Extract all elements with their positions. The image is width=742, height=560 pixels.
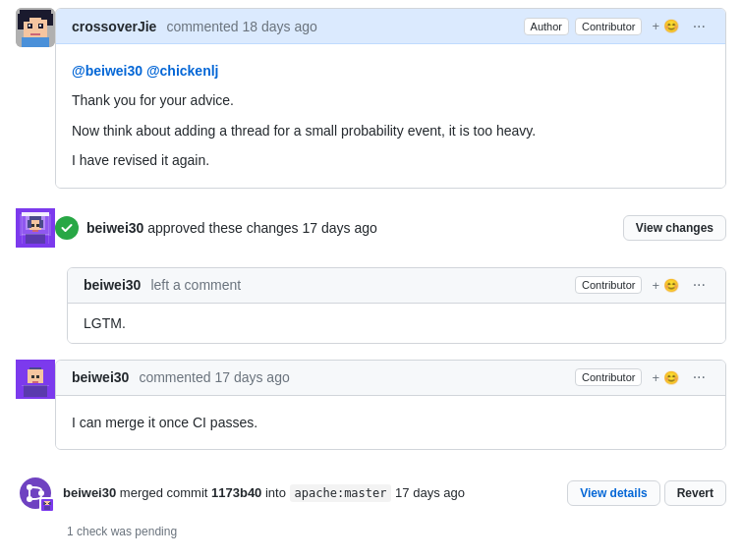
avatar-beiwei30-comment: [16, 360, 55, 399]
merge-target-branch: apache:master: [290, 484, 392, 502]
inline-comment-action: left a comment: [150, 277, 569, 293]
svg-rect-48: [44, 506, 50, 510]
emoji-reaction-button[interactable]: + 😊: [648, 17, 682, 35]
comment-box-beiwei30: beiwei30 commented 17 days ago Contribut…: [55, 360, 726, 450]
view-changes-button[interactable]: View changes: [623, 215, 726, 241]
svg-rect-34: [36, 375, 39, 378]
inline-contributor-badge: Contributor: [575, 276, 642, 294]
svg-rect-24: [26, 234, 45, 244]
svg-rect-32: [28, 369, 43, 383]
svg-rect-37: [22, 385, 49, 386]
svg-rect-36: [24, 385, 47, 397]
svg-rect-33: [31, 375, 34, 378]
svg-rect-9: [30, 33, 40, 35]
comment-line-4: I have revised it again.: [72, 149, 710, 171]
comment-line-2: Thank you for your advice.: [72, 89, 710, 111]
revert-button[interactable]: Revert: [664, 480, 726, 506]
svg-rect-7: [29, 25, 30, 27]
svg-rect-46: [45, 503, 46, 504]
mention-beiwei: @beiwei30: [72, 63, 143, 79]
svg-rect-20: [29, 216, 41, 220]
inline-more-button[interactable]: ···: [689, 276, 710, 294]
svg-rect-44: [43, 502, 45, 505]
svg-rect-27: [48, 212, 49, 244]
comment-box-crossoverjie: crossoverJie commented 18 days ago Autho…: [55, 8, 726, 189]
avatar-crossoverjie: [16, 8, 55, 47]
comment2-emoji-button[interactable]: + 😊: [648, 368, 682, 387]
svg-rect-47: [48, 503, 49, 504]
merge-block: beiwei30 merged commit 1173b40 into apac…: [16, 466, 726, 521]
comment-beiwei30: beiwei30 commented 17 days ago Contribut…: [16, 360, 726, 450]
author-badge: Author: [524, 18, 569, 35]
comment-line-1: @beiwei30 @chickenlj: [72, 60, 710, 82]
comment-line-3: Now think about adding a thread for a sm…: [72, 120, 710, 141]
comment-body-crossoverjie: @beiwei30 @chickenlj Thank you for your …: [56, 44, 725, 188]
view-details-button[interactable]: View details: [567, 480, 659, 506]
svg-point-39: [27, 484, 32, 490]
more-options-button[interactable]: ···: [689, 18, 710, 35]
merge-author: beiwei30: [63, 485, 116, 500]
merge-section: beiwei30 merged commit 1173b40 into apac…: [16, 466, 726, 538]
merge-user-mini-avatar: [39, 497, 55, 513]
svg-rect-12: [41, 16, 51, 20]
merge-text: beiwei30 merged commit 1173b40 into apac…: [63, 485, 559, 500]
review-content: beiwei30 approved these changes 17 days …: [55, 215, 726, 241]
review-approved-block: beiwei30 approved these changes 17 days …: [16, 204, 726, 252]
svg-point-41: [38, 490, 44, 496]
svg-rect-22: [36, 224, 39, 227]
comment2-meta: commented 17 days ago: [139, 369, 569, 385]
approved-check-icon: [55, 216, 79, 240]
merge-icon-wrap: [16, 474, 55, 513]
review-text: beiwei30 approved these changes 17 days …: [86, 220, 615, 236]
comment2-text: I can merge it once CI passes.: [72, 412, 710, 433]
contributor-badge: Contributor: [575, 18, 642, 35]
svg-rect-21: [31, 224, 34, 227]
comment2-author: beiwei30: [72, 369, 129, 385]
comment-action-time: commented 18 days ago: [166, 19, 517, 34]
svg-rect-35: [32, 381, 38, 383]
svg-rect-11: [20, 16, 29, 22]
svg-rect-45: [49, 502, 51, 505]
mention-chickenlj: @chickenlj: [146, 63, 219, 79]
inline-comment-body: LGTM.: [68, 304, 725, 343]
comment-header-crossoverjie: crossoverJie commented 18 days ago Autho…: [56, 9, 725, 44]
avatar-beiwei30-review: [16, 208, 55, 248]
comment-author: crossoverJie: [72, 19, 156, 34]
svg-point-40: [27, 496, 32, 502]
comment2-contributor-badge: Contributor: [575, 368, 642, 386]
comment2-body: I can merge it once CI passes.: [56, 396, 725, 449]
merge-buttons: View details Revert: [567, 480, 726, 506]
pending-checks-text: 1 check was pending: [67, 525, 726, 538]
comment2-more-button[interactable]: ···: [689, 368, 710, 386]
comment-header-beiwei30: beiwei30 commented 17 days ago Contribut…: [56, 361, 725, 396]
inline-comment-text: LGTM.: [84, 315, 710, 331]
inline-comment-header: beiwei30 left a comment Contributor + 😊 …: [68, 268, 725, 304]
svg-rect-18: [28, 220, 31, 228]
svg-rect-19: [39, 220, 43, 228]
review-author: beiwei30: [86, 220, 143, 236]
svg-rect-25: [22, 234, 49, 235]
comment-crossoverjie: crossoverJie commented 18 days ago Autho…: [16, 8, 726, 189]
timeline: crossoverJie commented 18 days ago Autho…: [0, 0, 742, 546]
svg-rect-23: [32, 230, 38, 232]
inline-comment-author: beiwei30: [84, 277, 141, 293]
svg-rect-26: [22, 212, 23, 244]
svg-rect-10: [22, 37, 49, 47]
merge-commit: 1173b40: [211, 485, 261, 500]
inline-comment-block: beiwei30 left a comment Contributor + 😊 …: [67, 267, 726, 344]
inline-emoji-button[interactable]: + 😊: [648, 276, 682, 295]
svg-rect-8: [39, 25, 41, 27]
